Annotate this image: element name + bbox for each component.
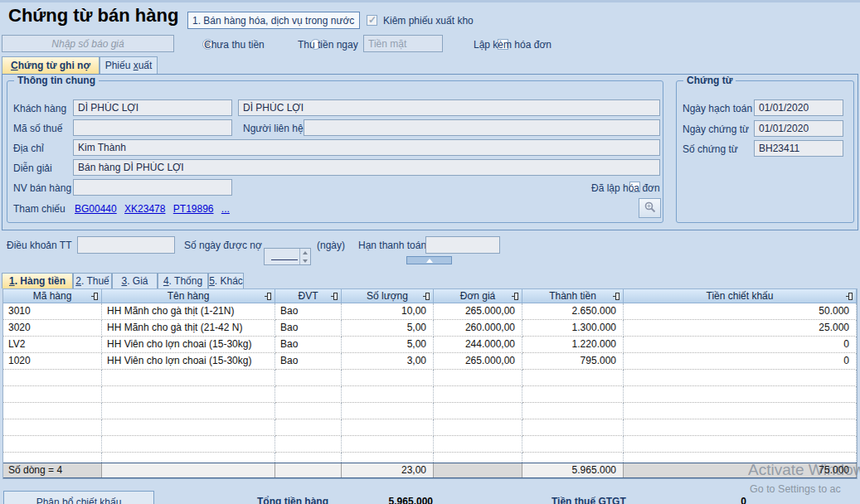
cell[interactable]: 5,00 <box>342 337 434 353</box>
pin-icon[interactable] <box>425 293 430 300</box>
reference-link[interactable]: BG00440 <box>75 203 117 215</box>
cell[interactable]: 3020 <box>3 320 102 337</box>
grid-tab-hang-tien[interactable]: 1. Hàng tiền <box>2 273 73 288</box>
pin-icon[interactable] <box>333 293 338 300</box>
khach-hang-name-input[interactable] <box>238 99 660 116</box>
thu-tien-ngay-label: Thu tiền ngay <box>298 39 358 51</box>
document-type-select[interactable] <box>187 12 360 29</box>
cell[interactable]: 3,00 <box>342 353 434 370</box>
pin-icon[interactable] <box>514 293 518 300</box>
thanh-tien-total: 5.965.000 <box>522 463 624 477</box>
tab-chung-tu-ghi-no[interactable]: Chứng từ ghi nợ <box>2 56 100 74</box>
ngay-chung-tu-input[interactable] <box>754 120 843 137</box>
ma-so-thue-input[interactable] <box>73 119 232 136</box>
nv-ban-hang-input[interactable] <box>73 179 232 196</box>
nguoi-lien-he-input[interactable] <box>304 119 660 136</box>
cell[interactable]: HH Mãnh cho gà thịt (21-42 N) <box>102 320 275 337</box>
dieu-khoan-tt-label: Điều khoản TT <box>7 240 72 251</box>
empty-row <box>3 403 857 419</box>
column-header-so-luong[interactable]: Số lượng <box>342 289 434 303</box>
tong-tien-hang-label: Tổng tiền hàng <box>257 496 328 504</box>
payment-method-input[interactable] <box>363 35 443 52</box>
cell[interactable]: 265.000,00 <box>434 303 522 320</box>
column-header-ma-hang[interactable]: Mã hàng <box>3 289 102 303</box>
pin-icon[interactable] <box>94 293 98 300</box>
ngay-hach-toan-input[interactable] <box>754 99 843 116</box>
grid-tab-khac[interactable]: 5. Khác <box>208 273 244 288</box>
ngay-unit-label: (ngày) <box>317 240 345 251</box>
spinner-up-button[interactable] <box>300 249 310 257</box>
han-thanh-toan-input[interactable] <box>425 236 500 254</box>
column-header-thanh-tien[interactable]: Thành tiền <box>522 289 624 303</box>
column-header-ten-hang[interactable]: Tên hàng <box>102 289 275 303</box>
reference-links: BG00440 XK23478 PT19896 ... <box>75 203 235 215</box>
so-luong-total: 23,00 <box>342 463 434 477</box>
table-row[interactable]: 1020 HH Viên cho lợn choai (15-30kg) Bao… <box>3 353 857 370</box>
ngay-hach-toan-label: Ngày hạch toán <box>683 103 752 114</box>
column-header-dvt[interactable]: ĐVT <box>275 289 342 303</box>
grid-tab-gia-von[interactable]: 3. Giá vốn <box>112 273 158 288</box>
dien-giai-input[interactable] <box>73 159 660 176</box>
cell[interactable]: 244.000,00 <box>434 337 522 353</box>
cell[interactable]: 0 <box>624 337 857 353</box>
cell[interactable]: Bao <box>275 303 342 320</box>
dia-chi-input[interactable] <box>73 139 660 156</box>
quote-number-input[interactable] <box>2 35 174 52</box>
cell[interactable]: 0 <box>624 353 857 370</box>
cell[interactable]: HH Mãnh cho gà thịt (1-21N) <box>102 303 275 320</box>
cell[interactable]: 50.000 <box>624 303 857 320</box>
table-row[interactable]: 3020 HH Mãnh cho gà thịt (21-42 N) Bao 5… <box>3 320 857 337</box>
cell[interactable]: 795.000 <box>522 353 624 370</box>
kiem-phieu-xuat-kho-checkbox[interactable] <box>367 15 377 26</box>
cell[interactable]: 25.000 <box>624 320 857 337</box>
cell[interactable]: Bao <box>275 320 342 337</box>
cell[interactable]: HH Viên cho lợn choai (15-30kg) <box>102 353 275 370</box>
grid-tab-thong-ke[interactable]: 4. Thống kê <box>158 273 208 288</box>
cell[interactable]: 260.000,00 <box>434 320 522 337</box>
empty-row <box>3 386 857 403</box>
khach-hang-label: Khách hàng <box>13 103 66 114</box>
page-title: Chứng từ bán hàng <box>8 5 178 27</box>
cell[interactable]: 265.000,00 <box>434 353 522 370</box>
cell[interactable]: 1020 <box>3 353 102 370</box>
spinner-value-underline <box>271 259 298 260</box>
grid-tab-thue[interactable]: 2. Thuế <box>73 273 112 288</box>
empty-row <box>3 370 857 386</box>
table-row[interactable]: 3010 HH Mãnh cho gà thịt (1-21N) Bao 10,… <box>3 303 857 320</box>
reference-link-more[interactable]: ... <box>221 203 230 215</box>
spinner-down-button[interactable] <box>300 257 310 265</box>
dieu-khoan-tt-input[interactable] <box>77 236 175 254</box>
khach-hang-code-input[interactable] <box>73 99 232 116</box>
reference-link[interactable]: PT19896 <box>173 203 214 215</box>
lap-kem-hoa-don-label: Lập kèm hóa đơn <box>474 39 551 51</box>
cell[interactable]: HH Viên cho lợn choai (15-30kg) <box>102 337 275 353</box>
collapse-panel-button[interactable] <box>406 256 452 264</box>
column-header-don-gia[interactable]: Đơn giá <box>434 289 522 303</box>
so-chung-tu-input[interactable] <box>754 140 843 157</box>
cell[interactable]: 5,00 <box>342 320 434 337</box>
column-header-tien-chiet-khau[interactable]: Tiền chiết khấu <box>624 289 857 303</box>
pin-icon[interactable] <box>615 293 619 300</box>
zoom-search-button[interactable] <box>639 198 661 218</box>
so-chung-tu-label: Số chứng từ <box>683 143 738 155</box>
cell[interactable]: LV2 <box>3 337 102 353</box>
general-info-legend: Thông tin chung <box>14 75 99 86</box>
cell[interactable]: 1.220.000 <box>522 337 624 353</box>
cell[interactable]: Bao <box>275 353 342 370</box>
reference-link[interactable]: XK23478 <box>124 203 165 215</box>
cell[interactable]: 10,00 <box>342 303 434 320</box>
pin-icon[interactable] <box>848 293 853 300</box>
han-thanh-toan-label: Hạn thanh toán <box>358 240 426 251</box>
cell[interactable]: Bao <box>275 337 342 353</box>
cell[interactable]: 2.650.000 <box>522 303 624 320</box>
cell[interactable]: 3010 <box>3 303 102 320</box>
row-count: Số dòng = 4 <box>3 463 102 477</box>
chiet-khau-total: 75.000 <box>624 463 857 477</box>
tab-phieu-xuat[interactable]: Phiếu xuất <box>100 56 158 74</box>
pin-icon[interactable] <box>267 293 271 300</box>
cell[interactable]: 1.300.000 <box>522 320 624 337</box>
so-ngay-duoc-no-spinner[interactable] <box>264 248 311 265</box>
phan-bo-chiet-khau-button[interactable]: Phân bổ chiết khấu <box>3 491 154 504</box>
table-header-row: Mã hàng Tên hàng ĐVT Số lượng Đơn giá Th… <box>3 288 857 303</box>
table-row[interactable]: LV2 HH Viên cho lợn choai (15-30kg) Bao … <box>3 337 857 353</box>
